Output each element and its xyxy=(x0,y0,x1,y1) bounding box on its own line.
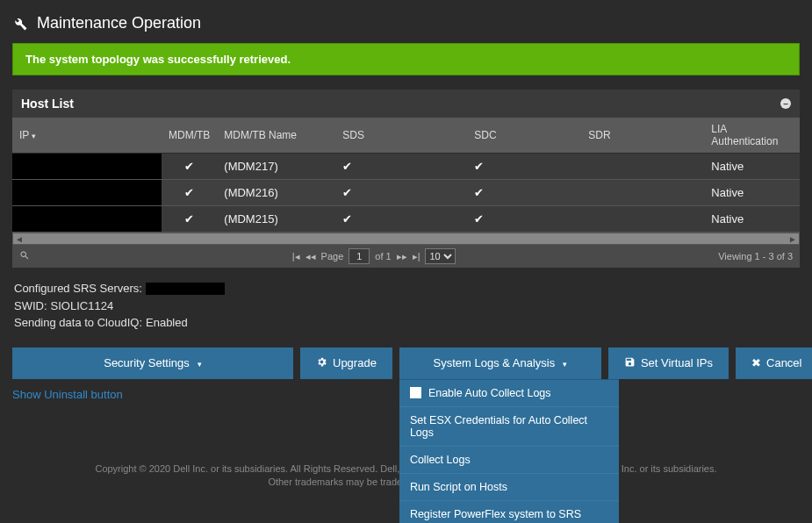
set-virtual-ips-button[interactable]: Set Virtual IPs xyxy=(608,347,729,379)
system-logs-button[interactable]: System Logs & Analysis xyxy=(399,347,601,379)
pager-last-icon[interactable]: ▸| xyxy=(413,251,420,262)
cancel-button[interactable]: ✖ Cancel xyxy=(736,347,812,379)
save-icon xyxy=(624,356,636,370)
dropdown-item[interactable]: Register PowerFlex system to SRS xyxy=(399,501,619,524)
check-icon: ✔ xyxy=(184,160,194,173)
collapse-icon[interactable]: – xyxy=(780,98,791,109)
col-sdc[interactable]: SDC xyxy=(467,118,581,154)
host-table: IP▾ MDM/TB MDM/TB Name SDS SDC SDR LIA A… xyxy=(12,118,800,233)
info-block: Configured SRS Servers: SWID: SIOLIC1124… xyxy=(12,268,800,347)
pager-next-icon[interactable]: ▸▸ xyxy=(397,251,407,262)
dropdown-item-label: Collect Logs xyxy=(410,454,471,466)
check-icon: ✔ xyxy=(474,212,484,226)
check-icon: ✔ xyxy=(342,212,352,226)
dropdown-item-label: Set ESX Credentials for Auto Collect Log… xyxy=(410,414,608,439)
search-icon[interactable] xyxy=(19,252,30,262)
scroll-right-icon[interactable]: ► xyxy=(788,234,797,244)
pager-page-label: Page xyxy=(321,251,344,262)
system-logs-dropdown: Enable Auto Collect LogsSet ESX Credenti… xyxy=(399,379,619,524)
dropdown-item[interactable]: Run Script on Hosts xyxy=(399,474,619,501)
lia-value: Native xyxy=(704,154,800,180)
col-ip[interactable]: IP▾ xyxy=(12,118,162,154)
success-alert: The system topology was successfully ret… xyxy=(12,43,800,75)
action-buttons: Security Settings Upgrade System Logs & … xyxy=(12,347,800,379)
check-icon: ✔ xyxy=(474,186,484,199)
gear-icon xyxy=(316,356,327,370)
check-icon: ✔ xyxy=(474,160,484,173)
mdm-name: (MDM215) xyxy=(217,206,335,233)
pager-viewing: Viewing 1 - 3 of 3 xyxy=(718,251,793,262)
col-mdmtb-name[interactable]: MDM/TB Name xyxy=(217,118,335,154)
upgrade-button[interactable]: Upgrade xyxy=(300,347,392,379)
mdm-name: (MDM217) xyxy=(217,154,335,180)
col-lia[interactable]: LIA Authentication xyxy=(704,118,800,154)
pager-prev-icon[interactable]: ◂◂ xyxy=(305,251,316,262)
h-scrollbar[interactable]: ◄ ► xyxy=(12,233,800,245)
table-row[interactable]: ✔(MDM215)✔✔Native xyxy=(12,206,800,233)
checkbox-unchecked-icon[interactable] xyxy=(410,387,421,398)
table-footer: |◂ ◂◂ Page of 1 ▸▸ ▸| 10 Viewing 1 - 3 o… xyxy=(12,245,800,268)
col-mdmtb[interactable]: MDM/TB xyxy=(162,118,217,154)
dropdown-item[interactable]: Enable Auto Collect Logs xyxy=(399,380,619,407)
srs-servers-value-masked xyxy=(146,283,225,295)
check-icon: ✔ xyxy=(342,186,352,199)
col-sds[interactable]: SDS xyxy=(335,118,467,154)
pager-first-icon[interactable]: |◂ xyxy=(292,251,300,262)
ip-masked xyxy=(12,154,162,179)
dropdown-item[interactable]: Set ESX Credentials for Auto Collect Log… xyxy=(399,407,619,447)
lia-value: Native xyxy=(704,206,800,233)
check-icon: ✔ xyxy=(342,160,352,173)
pager-of-label: of 1 xyxy=(375,251,391,262)
show-uninstall-link[interactable]: Show Uninstall button xyxy=(12,388,123,401)
hostlist-header: Host List – xyxy=(12,90,800,118)
dropdown-item-label: Register PowerFlex system to SRS xyxy=(410,508,581,520)
page-title-row: Maintenance Operation xyxy=(12,9,800,43)
security-settings-button[interactable]: Security Settings xyxy=(12,347,293,379)
pager-page-input[interactable] xyxy=(349,248,370,264)
table-row[interactable]: ✔(MDM217)✔✔Native xyxy=(12,154,800,180)
table-row[interactable]: ✔(MDM216)✔✔Native xyxy=(12,180,800,206)
check-icon: ✔ xyxy=(184,186,194,199)
check-icon: ✔ xyxy=(184,212,194,226)
dropdown-item[interactable]: Collect Logs xyxy=(399,447,619,474)
swid-label: SWID: xyxy=(14,297,47,315)
hostlist-title: Host List xyxy=(21,97,74,111)
close-icon: ✖ xyxy=(751,356,761,369)
cloudiq-value: Enabled xyxy=(146,314,188,332)
lia-value: Native xyxy=(704,180,800,206)
dropdown-item-label: Run Script on Hosts xyxy=(410,481,507,493)
ip-masked xyxy=(12,206,162,232)
col-sdr[interactable]: SDR xyxy=(581,118,704,154)
dropdown-item-label: Enable Auto Collect Logs xyxy=(428,387,551,399)
srs-servers-label: Configured SRS Servers: xyxy=(14,280,142,297)
scroll-left-icon[interactable]: ◄ xyxy=(15,234,24,244)
swid-value: SIOLIC1124 xyxy=(51,297,114,315)
pager-size-select[interactable]: 10 xyxy=(425,248,456,264)
mdm-name: (MDM216) xyxy=(217,180,335,206)
ip-masked xyxy=(12,180,162,205)
cloudiq-label: Sending data to CloudIQ: xyxy=(14,314,142,332)
wrench-icon xyxy=(12,16,28,32)
page-title: Maintenance Operation xyxy=(37,14,201,32)
